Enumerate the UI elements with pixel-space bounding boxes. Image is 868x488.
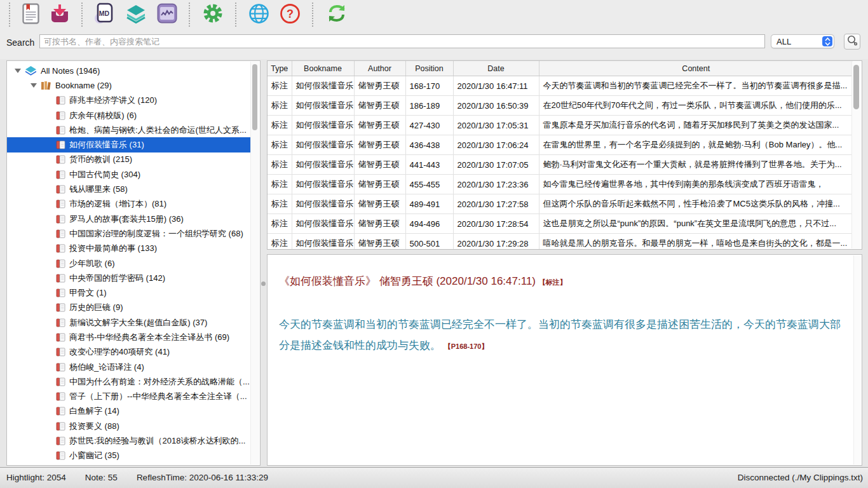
table-header-row[interactable]: TypeBooknameAuthorPositionDateContent bbox=[268, 61, 853, 76]
column-header-bookname[interactable]: Bookname bbox=[292, 61, 354, 76]
svg-text:?: ? bbox=[287, 8, 294, 20]
book-icon bbox=[56, 451, 65, 460]
all-notes-icon bbox=[25, 65, 37, 76]
sidebar-book-item[interactable]: 历史的巨镜 (9) bbox=[7, 301, 251, 315]
note-cell-bookname: 如何假装懂音乐 bbox=[292, 96, 354, 116]
book-label: 中央帝国的哲学密码 (142) bbox=[69, 273, 165, 284]
note-cell-author: 储智勇王硕 bbox=[354, 194, 405, 214]
sidebar-book-item[interactable]: 少年凯歌 (6) bbox=[7, 256, 251, 271]
sync-icon bbox=[325, 3, 348, 25]
sidebar-book-item[interactable]: 从零开始学写作：个人增值的有效方法 (6) bbox=[7, 463, 251, 466]
sidebar-book-item[interactable]: 庆余年(精校版) (6) bbox=[7, 108, 251, 123]
sidebar-book-item[interactable]: 改变心理学的40项研究 (41) bbox=[7, 345, 251, 360]
sidebar-book-item[interactable]: 中国为什么有前途：对外经济关系的战略潜能（... bbox=[7, 374, 251, 389]
note-row[interactable]: 标注如何假装懂音乐储智勇王硕455-4552020/1/30 17:23:36如… bbox=[268, 175, 853, 194]
note-row[interactable]: 标注如何假装懂音乐储智勇王硕494-4962020/1/30 17:28:54这… bbox=[268, 214, 853, 234]
book-label: 杨伯峻_论语译注 (4) bbox=[69, 362, 144, 373]
markdown-file-icon: MD bbox=[95, 3, 115, 26]
sidebar: All Notes (1946) Bookname (29) 薛兆丰经济学讲义 … bbox=[6, 60, 261, 466]
book-stack-icon bbox=[41, 81, 51, 90]
layers-icon bbox=[125, 3, 147, 25]
note-row[interactable]: 标注如何假装懂音乐储智勇王硕500-5012020/1/30 17:29:28嘻… bbox=[268, 234, 853, 250]
markdown-export-button[interactable]: MD bbox=[90, 1, 120, 27]
table-scrollbar[interactable] bbox=[851, 62, 861, 248]
sidebar-book-item[interactable]: 新编说文解字大全集(超值白金版) (37) bbox=[7, 315, 251, 330]
note-cell-date: 2020/1/30 17:28:54 bbox=[453, 214, 539, 234]
note-cell-content: 雷鬼原本是牙买加流行音乐的代名词，随着牙买加移民到了英美之类的发达国家... bbox=[539, 116, 853, 135]
note-row[interactable]: 标注如何假装懂音乐储智勇王硕186-1892020/1/30 16:50:39在… bbox=[268, 96, 853, 116]
note-row[interactable]: 标注如何假装懂音乐储智勇王硕427-4302020/1/30 17:05:31雷… bbox=[268, 116, 853, 135]
book-icon bbox=[56, 288, 65, 297]
book-icon bbox=[56, 437, 65, 445]
sidebar-book-item[interactable]: 苏世民:我的经验与教训（2018读桥水达利欧的... bbox=[7, 433, 251, 448]
sidebar-item-bookname-group[interactable]: Bookname (29) bbox=[7, 78, 251, 93]
website-button[interactable] bbox=[243, 2, 275, 27]
layers-button[interactable] bbox=[120, 2, 152, 27]
sidebar-book-item[interactable]: 商君书-中华经典名著全本全注全译丛书 (69) bbox=[7, 330, 251, 344]
sidebar-book-item[interactable]: 甲骨文 (1) bbox=[7, 285, 251, 300]
book-icon bbox=[56, 422, 65, 431]
refresh-button[interactable] bbox=[320, 2, 353, 27]
notes-document-button[interactable] bbox=[17, 2, 44, 27]
sidebar-book-item[interactable]: 投资要义 (88) bbox=[7, 419, 251, 433]
note-cell-date: 2020/1/30 17:06:24 bbox=[453, 135, 539, 155]
note-row[interactable]: 标注如何假装懂音乐储智勇王硕168-1702020/1/30 16:47:11今… bbox=[268, 76, 853, 96]
note-cell-author: 储智勇王硕 bbox=[354, 135, 405, 155]
sidebar-book-item[interactable]: 枪炮、病菌与钢铁:人类社会的命运(世纪人文系... bbox=[7, 123, 251, 137]
book-label: 少年凯歌 (6) bbox=[69, 258, 115, 269]
sidebar-book-item[interactable]: 杨伯峻_论语译注 (4) bbox=[7, 360, 251, 374]
settings-button[interactable] bbox=[197, 1, 229, 27]
notes-document-icon bbox=[22, 3, 39, 26]
search-input[interactable] bbox=[39, 34, 765, 48]
note-cell-date: 2020/1/30 16:50:39 bbox=[453, 96, 539, 116]
book-label: 商君书-中华经典名著全本全注全译丛书 (69) bbox=[69, 332, 229, 343]
column-header-content[interactable]: Content bbox=[539, 61, 853, 76]
sidebar-book-item[interactable]: 中国古代简史 (304) bbox=[7, 167, 251, 182]
statistics-button[interactable] bbox=[152, 2, 182, 27]
splitter-handle[interactable] bbox=[261, 281, 266, 286]
table-scrollbar-thumb[interactable] bbox=[853, 65, 859, 109]
column-header-author[interactable]: Author bbox=[354, 61, 405, 76]
sidebar-book-item[interactable]: 钱从哪里来 (58) bbox=[7, 182, 251, 196]
note-cell-position: 168-170 bbox=[405, 76, 453, 96]
sidebar-scrollbar[interactable] bbox=[250, 62, 259, 464]
sidebar-book-item[interactable]: 中央帝国的哲学密码 (142) bbox=[7, 271, 251, 285]
note-cell-position: 427-430 bbox=[405, 116, 453, 135]
sidebar-book-item[interactable]: 市场的逻辑（增订本）(81) bbox=[7, 197, 251, 212]
note-row[interactable]: 标注如何假装懂音乐储智勇王硕489-4912020/1/30 17:27:58但… bbox=[268, 194, 853, 214]
sidebar-book-item[interactable]: 中国国家治理的制度逻辑：一个组织学研究 (68) bbox=[7, 226, 251, 241]
book-label: 白鱼解字 (14) bbox=[69, 405, 119, 417]
sidebar-scrollbar-thumb[interactable] bbox=[252, 64, 257, 130]
column-header-date[interactable]: Date bbox=[453, 61, 539, 76]
sidebar-book-item[interactable]: 薛兆丰经济学讲义 (120) bbox=[7, 93, 251, 108]
app-window: MD ? Search ALL bbox=[0, 0, 868, 488]
book-label: 钱从哪里来 (58) bbox=[69, 184, 128, 195]
sidebar-item-all-notes[interactable]: All Notes (1946) bbox=[7, 64, 251, 78]
note-cell-content: 在20世纪50年代到70年代之间，有过一类乐队，叫节奏蓝调乐队，他们使用的乐..… bbox=[539, 96, 853, 116]
help-button[interactable]: ? bbox=[275, 2, 306, 27]
notes-table-panel: TypeBooknameAuthorPositionDateContent 标注… bbox=[267, 60, 862, 250]
sidebar-book-item[interactable]: 白鱼解字 (14) bbox=[7, 404, 251, 419]
sidebar-book-item[interactable]: 投资中最简单的事 (133) bbox=[7, 241, 251, 256]
column-header-type[interactable]: Type bbox=[268, 61, 292, 76]
filter-select[interactable]: ALL bbox=[771, 34, 834, 48]
search-button[interactable] bbox=[844, 34, 860, 50]
toolbar-separator bbox=[312, 3, 314, 27]
book-icon bbox=[56, 126, 65, 135]
sidebar-book-item[interactable]: 如何假装懂音乐 (31) bbox=[7, 137, 251, 152]
note-row[interactable]: 标注如何假装懂音乐储智勇王硕436-4382020/1/30 17:06:24在… bbox=[268, 135, 853, 155]
note-row[interactable]: 标注如何假装懂音乐储智勇王硕441-4432020/1/30 17:07:05鲍… bbox=[268, 155, 853, 175]
disclosure-triangle-icon[interactable] bbox=[31, 83, 37, 88]
sidebar-book-item[interactable]: 管子（上下册）--中华经典名著全本全注全译（... bbox=[7, 390, 251, 404]
note-cell-author: 储智勇王硕 bbox=[354, 116, 405, 135]
detail-scrollbar[interactable] bbox=[853, 255, 861, 464]
toolbar: MD ? bbox=[0, 0, 868, 29]
import-clippings-button[interactable] bbox=[44, 2, 75, 27]
sidebar-book-item[interactable]: 罗马人的故事(套装共15册) (36) bbox=[7, 212, 251, 226]
disclosure-triangle-icon[interactable] bbox=[15, 69, 21, 73]
note-cell-content: 今天的节奏蓝调和当初的节奏蓝调已经完全不一样了。当初的节奏蓝调有很多是描... bbox=[539, 76, 853, 96]
column-header-position[interactable]: Position bbox=[405, 61, 453, 76]
connection-status: Disconnected (./My Clippings.txt) bbox=[738, 473, 863, 482]
sidebar-book-item[interactable]: 小窗幽记 (35) bbox=[7, 449, 251, 463]
sidebar-book-item[interactable]: 货币的教训 (215) bbox=[7, 152, 251, 167]
